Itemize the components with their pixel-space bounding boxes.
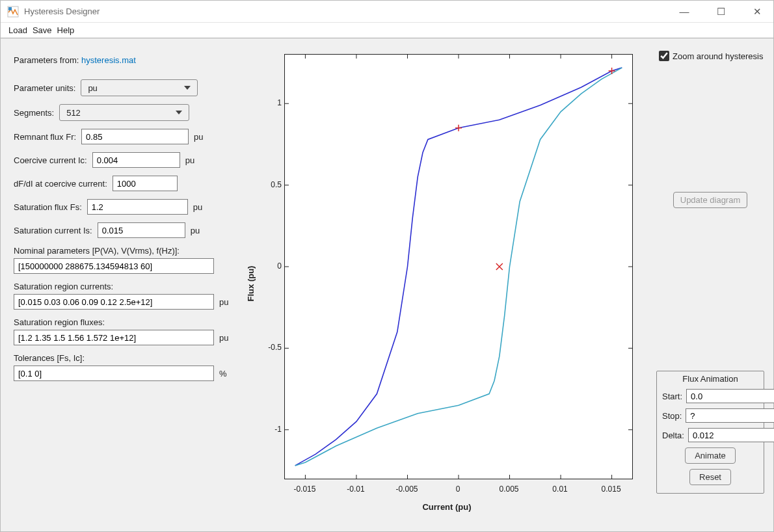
sat-f-unit: pu [219, 333, 235, 343]
units-select[interactable]: pu [81, 79, 198, 96]
menubar: Load Save Help [1, 23, 773, 38]
stop-input[interactable] [686, 408, 774, 423]
zoom-label: Zoom around hysteresis [673, 51, 763, 61]
minimize-button[interactable]: — [674, 6, 694, 18]
units-row: Parameter units: pu [14, 79, 236, 96]
svg-rect-1 [8, 7, 12, 10]
zoom-checkbox-row[interactable]: Zoom around hysteresis [656, 49, 764, 63]
fr-unit: pu [194, 132, 209, 142]
fs-row: Saturation flux Fs: pu [14, 199, 236, 215]
sat-i-input[interactable] [14, 294, 214, 310]
y-tick: 0 [262, 261, 282, 271]
is-label: Saturation current Is: [14, 226, 92, 235]
is-input[interactable] [98, 222, 185, 238]
nominal-row: Nominal parameters [P(VA), V(Vrms), f(Hz… [14, 246, 236, 274]
sat-i-label: Saturation region currents: [14, 282, 236, 291]
sat-i-unit: pu [219, 297, 235, 307]
window-title: Hysteresis Designer [24, 7, 674, 16]
x-tick: 0 [456, 485, 460, 494]
x-tick: 0.01 [552, 485, 567, 494]
fr-input[interactable] [81, 129, 189, 144]
plot-area: Flux (pu) Current (pu) -0.015-0.01-0.005… [247, 47, 647, 520]
is-unit: pu [191, 226, 206, 235]
sat-f-input[interactable] [14, 330, 214, 345]
menu-help[interactable]: Help [56, 25, 76, 35]
dfdi-row: dF/dI at coercive current: [14, 176, 236, 191]
start-input[interactable] [686, 389, 774, 403]
segments-label: Segments: [14, 108, 54, 118]
y-tick: -0.5 [262, 343, 282, 352]
close-button[interactable]: ✕ [747, 6, 767, 18]
ic-row: Coercive current Ic: pu [14, 152, 236, 168]
hysteresis-curve [285, 55, 632, 479]
x-tick: -0.01 [347, 485, 364, 494]
ic-input[interactable] [92, 152, 180, 168]
is-row: Saturation current Is: pu [14, 222, 236, 238]
segments-value: 512 [66, 108, 81, 118]
segments-select[interactable]: 512 [59, 104, 189, 121]
menu-load[interactable]: Load [7, 25, 29, 35]
tol-input[interactable] [14, 366, 214, 381]
x-tick: -0.015 [293, 485, 315, 494]
delta-label: Delta: [662, 431, 684, 440]
fr-label: Remnant flux Fr: [14, 132, 76, 142]
flux-animation-title: Flux Animation [662, 371, 758, 389]
fs-input[interactable] [87, 199, 188, 215]
units-value: pu [88, 83, 97, 93]
x-tick: 0.015 [602, 485, 621, 494]
x-tick: -0.005 [395, 485, 418, 494]
maximize-button[interactable]: ☐ [711, 6, 730, 18]
start-label: Start: [662, 392, 682, 401]
segments-row: Segments: 512 [14, 104, 236, 121]
nominal-input[interactable] [14, 258, 214, 274]
tol-row: Tolerances [Fs, Ic]: % [14, 353, 236, 381]
parameters-from-link[interactable]: hysteresis.mat [81, 55, 136, 65]
axes[interactable] [284, 54, 633, 479]
y-axis-label: Flux (pu) [246, 266, 256, 302]
x-tick: 0.005 [500, 485, 519, 494]
app-window: Hysteresis Designer — ☐ ✕ Load Save Help… [0, 0, 774, 532]
ic-unit: pu [185, 155, 201, 165]
plot-panel: Flux (pu) Current (pu) -0.015-0.01-0.005… [247, 47, 647, 520]
titlebar: Hysteresis Designer — ☐ ✕ [1, 1, 773, 23]
parameters-from-label: Parameters from: [14, 55, 81, 65]
sat-f-row: Saturation region fluxes: pu [14, 317, 236, 345]
dfdi-label: dF/dI at coercive current: [14, 179, 107, 189]
nominal-label: Nominal parameters [P(VA), V(Vrms), f(Hz… [14, 246, 236, 256]
dfdi-input[interactable] [113, 176, 178, 191]
sat-f-label: Saturation region fluxes: [14, 317, 236, 327]
chevron-down-icon [184, 86, 191, 90]
tol-label: Tolerances [Fs, Ic]: [14, 353, 236, 363]
reset-button[interactable]: Reset [689, 469, 731, 485]
delta-input[interactable] [688, 428, 774, 442]
zoom-checkbox[interactable] [659, 51, 669, 61]
update-diagram-button[interactable]: Update diagram [673, 192, 748, 208]
stop-label: Stop: [662, 411, 682, 421]
y-tick: 0.5 [262, 180, 282, 189]
tol-unit: % [219, 369, 235, 379]
window-controls: — ☐ ✕ [674, 6, 767, 18]
flux-animation-panel: Flux Animation Start: Stop: Delta: Anima… [656, 371, 764, 494]
animate-button[interactable]: Animate [685, 447, 736, 464]
ic-label: Coercive current Ic: [14, 155, 87, 165]
parameters-panel: Parameters from: hysteresis.mat Paramete… [10, 47, 240, 520]
app-icon [7, 6, 19, 18]
chevron-down-icon [176, 111, 182, 114]
x-axis-label: Current (pu) [422, 502, 471, 512]
fs-unit: pu [193, 202, 209, 212]
parameters-from: Parameters from: hysteresis.mat [14, 53, 236, 72]
menu-save[interactable]: Save [31, 25, 53, 35]
sat-i-row: Saturation region currents: pu [14, 282, 236, 310]
fs-label: Saturation flux Fs: [14, 202, 82, 212]
units-label: Parameter units: [14, 83, 75, 93]
fr-row: Remnant flux Fr: pu [14, 129, 236, 144]
y-tick: -1 [262, 425, 282, 434]
y-tick: 1 [262, 98, 282, 107]
right-panel: Zoom around hysteresis Update diagram Fl… [654, 47, 764, 520]
workarea: Parameters from: hysteresis.mat Paramete… [1, 38, 773, 531]
